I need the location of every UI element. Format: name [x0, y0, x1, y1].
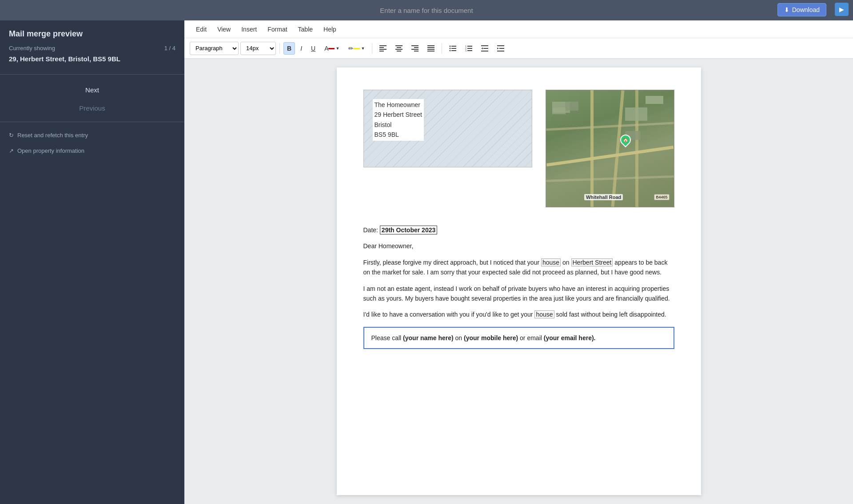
indent-button[interactable] — [494, 42, 508, 55]
nav-buttons: Next Previous — [0, 82, 184, 116]
svg-rect-12 — [427, 45, 434, 46]
svg-rect-32 — [497, 45, 504, 46]
svg-rect-34 — [499, 48, 504, 49]
svg-rect-6 — [395, 49, 403, 50]
svg-rect-28 — [481, 45, 488, 46]
svg-point-20 — [450, 50, 451, 51]
toolbar-separator-1 — [279, 43, 280, 54]
font-color-icon: A — [324, 45, 328, 52]
document-name-input[interactable] — [338, 7, 515, 14]
svg-rect-0 — [379, 45, 387, 46]
italic-button[interactable]: I — [297, 42, 306, 55]
svg-rect-11 — [414, 51, 419, 52]
toolbar-separator-3 — [442, 43, 442, 54]
currently-showing-row: Currently showing 1 / 4 — [9, 45, 175, 52]
paragraph-1: Firstly, please forgive my direct approa… — [363, 258, 674, 278]
svg-rect-2 — [379, 49, 387, 50]
svg-rect-4 — [395, 45, 403, 46]
menu-table[interactable]: Table — [294, 24, 317, 35]
send-button[interactable]: ▶ — [835, 3, 849, 16]
reset-refetch-button[interactable]: ↻ Reset and refetch this entry — [0, 127, 184, 143]
menu-insert[interactable]: Insert — [237, 24, 261, 35]
house-field-1: house — [541, 258, 561, 266]
align-left-button[interactable] — [376, 42, 390, 55]
street-field: Herbert Street — [571, 258, 613, 266]
svg-rect-21 — [451, 50, 456, 51]
highlight-icon: ✏ — [348, 45, 354, 52]
svg-rect-14 — [427, 49, 434, 50]
letter-content: Date: 29th October 2023 Dear Homeowner, … — [363, 225, 674, 349]
date-line: Date: 29th October 2023 — [363, 225, 674, 235]
previous-button[interactable]: Previous — [9, 100, 175, 116]
download-button[interactable]: ⬇ Download — [777, 3, 826, 16]
align-center-button[interactable] — [392, 42, 406, 55]
paragraph-2: I am not an estate agent, instead I work… — [363, 284, 674, 304]
house-field-2: house — [534, 310, 554, 318]
font-color-chevron: ▼ — [335, 46, 339, 51]
svg-rect-1 — [379, 47, 384, 48]
sidebar-title: Mail merge preview — [9, 29, 175, 39]
top-bar: ⬇ Download ▶ — [0, 0, 853, 20]
svg-rect-15 — [427, 51, 434, 52]
svg-rect-13 — [427, 47, 434, 48]
document-page: The Homeowner 29 Herbert Street Bristol … — [337, 67, 701, 495]
bullet-list-button[interactable] — [446, 42, 460, 55]
sidebar-header: Mail merge preview Currently showing 1 /… — [0, 20, 184, 67]
svg-rect-8 — [411, 45, 419, 46]
menu-help[interactable]: Help — [319, 24, 341, 35]
cta-box: Please call (your name here) on (your mo… — [363, 327, 674, 349]
highlight-swatch — [354, 48, 360, 49]
svg-marker-33 — [497, 48, 499, 49]
font-size-select[interactable]: 14px — [240, 42, 276, 55]
svg-rect-27 — [467, 50, 472, 51]
menu-bar: Edit View Insert Format Table Help — [184, 20, 853, 38]
main-layout: Mail merge preview Currently showing 1 /… — [0, 20, 853, 504]
menu-edit[interactable]: Edit — [191, 24, 211, 35]
map-image: Whitehall Road B4465 — [546, 90, 674, 207]
address-block: The Homeowner 29 Herbert Street Bristol … — [363, 90, 532, 167]
outdent-button[interactable] — [478, 42, 492, 55]
date-value: 29th October 2023 — [380, 226, 437, 234]
page-counter: 1 / 4 — [164, 45, 175, 52]
svg-rect-35 — [497, 51, 504, 52]
current-address: 29, Herbert Street, Bristol, BS5 9BL — [9, 55, 175, 63]
align-right-button[interactable] — [408, 42, 422, 55]
sidebar: Mail merge preview Currently showing 1 /… — [0, 20, 184, 504]
underline-button[interactable]: U — [307, 42, 319, 55]
next-button[interactable]: Next — [9, 82, 175, 98]
toolbar: Paragraph 14px B I U A ▼ ✏ ▼ — [184, 38, 853, 59]
svg-rect-7 — [397, 51, 401, 52]
cta-email: (your email here). — [544, 334, 596, 341]
font-color-button[interactable]: A ▼ — [321, 42, 343, 55]
numbered-list-button[interactable]: 1.2.3. — [462, 42, 476, 55]
svg-rect-10 — [411, 49, 419, 50]
svg-rect-17 — [451, 46, 456, 47]
svg-rect-5 — [397, 47, 401, 48]
sidebar-divider — [0, 74, 184, 75]
currently-showing-label: Currently showing — [9, 45, 55, 52]
paragraph-style-select[interactable]: Paragraph — [190, 42, 239, 55]
map-road-label: Whitehall Road — [584, 194, 623, 200]
open-property-button[interactable]: ↗ Open property information — [0, 143, 184, 159]
font-color-swatch — [328, 48, 335, 49]
document-canvas[interactable]: The Homeowner 29 Herbert Street Bristol … — [184, 59, 853, 504]
letter-header: The Homeowner 29 Herbert Street Bristol … — [363, 90, 674, 207]
svg-rect-31 — [481, 51, 488, 52]
salutation: Dear Homeowner, — [363, 241, 674, 251]
svg-rect-23 — [467, 46, 472, 47]
sidebar-divider2 — [0, 122, 184, 122]
toolbar-separator-2 — [372, 43, 372, 54]
menu-format[interactable]: Format — [263, 24, 291, 35]
svg-point-18 — [450, 48, 451, 49]
external-link-icon: ↗ — [9, 147, 14, 154]
svg-marker-29 — [481, 48, 483, 49]
svg-text:3.: 3. — [465, 49, 467, 52]
svg-rect-25 — [467, 48, 472, 49]
menu-view[interactable]: View — [213, 24, 235, 35]
justify-button[interactable] — [424, 42, 438, 55]
paragraph-3: I'd like to have a conversation with you… — [363, 310, 674, 319]
svg-rect-30 — [483, 48, 488, 49]
highlight-color-button[interactable]: ✏ ▼ — [345, 42, 368, 55]
cta-name: (your name here) — [403, 334, 454, 341]
bold-button[interactable]: B — [283, 42, 295, 55]
